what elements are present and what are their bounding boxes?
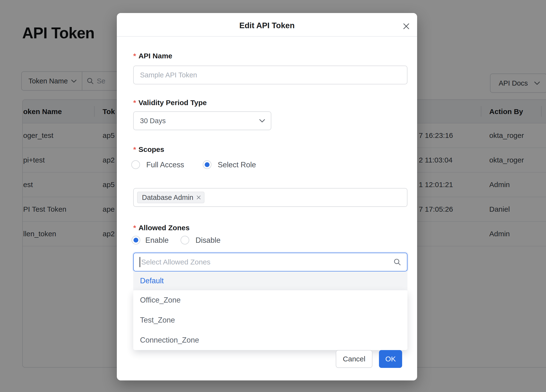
scopes-radio-group: Full Access Select Role — [117, 160, 417, 169]
text-caret — [140, 257, 140, 267]
zone-option-default[interactable]: Default — [133, 271, 407, 290]
roles-tag-input[interactable]: Database Admin — [133, 188, 407, 207]
api-name-label: *API Name — [133, 51, 172, 61]
modal-title: Edit API Token — [117, 21, 417, 30]
zone-option[interactable]: Office_Zone — [133, 290, 407, 310]
required-marker: * — [133, 52, 136, 60]
allowed-zones-label: *Allowed Zones — [133, 223, 189, 232]
allowed-zones-label-text: Allowed Zones — [139, 224, 190, 232]
allowed-zones-radio-group: Enable Disable — [117, 236, 417, 245]
scopes-label: *Scopes — [133, 145, 164, 154]
cancel-button[interactable]: Cancel — [336, 350, 372, 368]
zones-dropdown: Office_Zone Test_Zone Connection_Zone — [133, 290, 407, 350]
zones-search-placeholder: Select Allowed Zones — [141, 258, 392, 266]
chevron-down-icon — [259, 119, 265, 122]
radio-disable-label[interactable]: Disable — [196, 236, 220, 245]
role-tag: Database Admin — [137, 192, 204, 203]
modal-header: Edit API Token — [117, 13, 417, 37]
required-marker: * — [133, 224, 136, 232]
ok-button[interactable]: OK — [379, 350, 402, 368]
scopes-label-text: Scopes — [139, 145, 164, 153]
search-icon — [393, 258, 401, 266]
radio-full-access[interactable] — [131, 160, 140, 169]
radio-full-access-label[interactable]: Full Access — [146, 160, 184, 169]
zones-search-input[interactable]: Select Allowed Zones — [133, 253, 407, 271]
remove-tag-icon[interactable] — [196, 195, 201, 200]
close-icon[interactable] — [402, 22, 411, 31]
api-name-input[interactable] — [133, 66, 407, 84]
radio-enable-label[interactable]: Enable — [145, 236, 169, 245]
validity-label-text: Validity Period Type — [139, 99, 207, 107]
validity-value: 30 Days — [140, 117, 166, 125]
api-name-label-text: API Name — [139, 52, 172, 60]
required-marker: * — [133, 145, 136, 153]
radio-enable[interactable] — [132, 236, 140, 244]
zone-option[interactable]: Connection_Zone — [133, 330, 407, 350]
zone-option[interactable]: Test_Zone — [133, 310, 407, 330]
edit-api-token-modal: Edit API Token *API Name *Validity Perio… — [117, 13, 417, 380]
validity-select[interactable]: 30 Days — [133, 111, 271, 130]
radio-select-role[interactable] — [203, 160, 211, 169]
radio-select-role-label[interactable]: Select Role — [218, 160, 256, 169]
screen: API Token Token Name Se API Docs oken Na… — [0, 0, 546, 392]
zone-option-default-label: Default — [140, 277, 164, 285]
validity-label: *Validity Period Type — [133, 98, 207, 107]
radio-disable[interactable] — [181, 236, 189, 244]
required-marker: * — [133, 99, 136, 107]
role-tag-label: Database Admin — [142, 194, 193, 202]
